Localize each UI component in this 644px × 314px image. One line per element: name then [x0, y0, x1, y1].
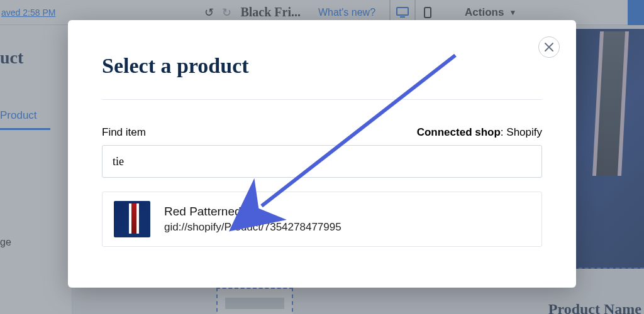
modal-title: Select a product	[102, 54, 542, 78]
find-item-label: Find item	[102, 126, 146, 139]
close-button[interactable]	[538, 36, 560, 58]
select-product-modal: Select a product Find item Connected sho…	[68, 20, 576, 288]
close-icon	[545, 43, 553, 51]
result-name: Red Patterned Tie	[164, 205, 341, 219]
search-result-item[interactable]: Red Patterned Tie gid://shopify/Product/…	[102, 192, 542, 247]
connected-shop-label: Connected shop: Shopify	[417, 126, 542, 139]
result-thumbnail	[114, 201, 150, 237]
result-gid: gid://shopify/Product/7354278477995	[164, 221, 341, 234]
product-search-input[interactable]	[102, 145, 542, 178]
